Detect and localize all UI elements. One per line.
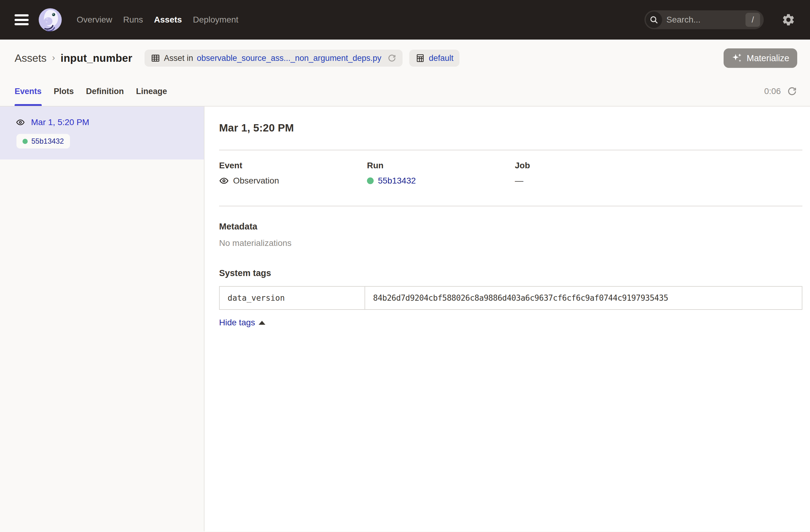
- metadata-heading: Metadata: [219, 222, 803, 231]
- repo-default-link[interactable]: default: [429, 53, 453, 63]
- primary-nav: Overview Runs Assets Deployment: [77, 15, 238, 25]
- hamburger-bar: [15, 23, 29, 25]
- tab-definition[interactable]: Definition: [86, 77, 124, 106]
- settings-button[interactable]: [781, 13, 795, 27]
- run-id-label: 55b13432: [31, 137, 64, 145]
- refresh-button[interactable]: [787, 86, 797, 96]
- eye-icon: [219, 176, 229, 186]
- materialize-button[interactable]: Materialize: [724, 48, 797, 68]
- hamburger-bar: [15, 14, 29, 16]
- gear-icon: [781, 13, 795, 27]
- chevron-right-icon: ›: [52, 52, 55, 63]
- run-column-label: Run: [367, 161, 515, 171]
- asset-tabs: Events Plots Definition Lineage: [15, 77, 167, 106]
- system-tags-table: data_version 84b26d7d9204cbf588026c8a988…: [219, 286, 803, 310]
- reload-definitions-icon[interactable]: [387, 53, 396, 63]
- divider: [219, 206, 803, 206]
- search-icon: [646, 12, 662, 28]
- job-value: —: [515, 176, 523, 186]
- tag-value-cell: 84b26d7d9204cbf588026c8a9886d403a6c9637c…: [365, 286, 802, 309]
- top-nav: Overview Runs Assets Deployment /: [0, 0, 810, 39]
- dagster-logo-icon[interactable]: [37, 7, 63, 33]
- global-search[interactable]: /: [645, 10, 764, 29]
- refresh-icon: [787, 86, 797, 96]
- auto-refresh-countdown: 0:06: [764, 86, 781, 96]
- breadcrumb-assets-link[interactable]: Assets: [15, 52, 47, 64]
- event-type-value: Observation: [233, 176, 279, 186]
- divider: [219, 150, 803, 150]
- sparkle-icon: [731, 53, 743, 64]
- repo-grid-icon: [415, 53, 425, 63]
- run-status-dot: [367, 177, 374, 184]
- asset-header: Assets › input_number Asset in observabl…: [0, 39, 810, 77]
- asset-file-link[interactable]: observable_source_ass..._non_argument_de…: [197, 53, 381, 63]
- eye-icon: [16, 118, 25, 127]
- caret-up-icon: [259, 321, 265, 325]
- asset-tabs-bar: Events Plots Definition Lineage 0:06: [0, 77, 810, 107]
- job-column-label: Job: [515, 161, 803, 171]
- event-column-label: Event: [219, 161, 367, 171]
- hamburger-menu-button[interactable]: [15, 14, 29, 25]
- asset-table-icon: [151, 53, 160, 63]
- materialize-label: Materialize: [747, 53, 789, 63]
- nav-item-runs[interactable]: Runs: [123, 15, 143, 25]
- run-tag[interactable]: 55b13432: [16, 134, 70, 148]
- page-title-asset-name: input_number: [61, 52, 132, 64]
- tag-key-cell: data_version: [220, 286, 365, 309]
- event-list-item[interactable]: Mar 1, 5:20 PM 55b13432: [0, 107, 204, 160]
- run-id-link[interactable]: 55b13432: [378, 176, 416, 186]
- event-timestamp-link[interactable]: Mar 1, 5:20 PM: [31, 117, 89, 127]
- search-input[interactable]: [662, 15, 745, 25]
- metadata-empty-message: No materializations: [219, 238, 803, 248]
- event-summary-columns: Event Observation Run 55b13432: [219, 161, 803, 186]
- tab-plots[interactable]: Plots: [54, 77, 74, 106]
- nav-item-assets[interactable]: Assets: [154, 15, 182, 25]
- hide-tags-label: Hide tags: [219, 318, 255, 327]
- event-list-sidebar: Mar 1, 5:20 PM 55b13432: [0, 107, 205, 531]
- system-tags-heading: System tags: [219, 268, 803, 278]
- search-shortcut-badge: /: [745, 13, 760, 27]
- nav-item-deployment[interactable]: Deployment: [193, 15, 238, 25]
- asset-location-tag: Asset in observable_source_ass..._non_ar…: [145, 50, 403, 67]
- hamburger-bar: [15, 19, 29, 21]
- asset-in-label: Asset in: [164, 53, 193, 63]
- nav-item-overview[interactable]: Overview: [77, 15, 112, 25]
- event-detail-panel: Mar 1, 5:20 PM Event Observation Run: [205, 107, 810, 531]
- run-status-dot: [22, 139, 28, 144]
- table-row: data_version 84b26d7d9204cbf588026c8a988…: [220, 286, 802, 309]
- tab-lineage[interactable]: Lineage: [136, 77, 167, 106]
- hide-tags-link[interactable]: Hide tags: [219, 318, 265, 327]
- event-detail-title: Mar 1, 5:20 PM: [219, 122, 803, 134]
- tab-events[interactable]: Events: [15, 77, 42, 106]
- content-area: Mar 1, 5:20 PM 55b13432 Mar 1, 5:20 PM E…: [0, 107, 810, 531]
- repository-tag: default: [409, 50, 459, 67]
